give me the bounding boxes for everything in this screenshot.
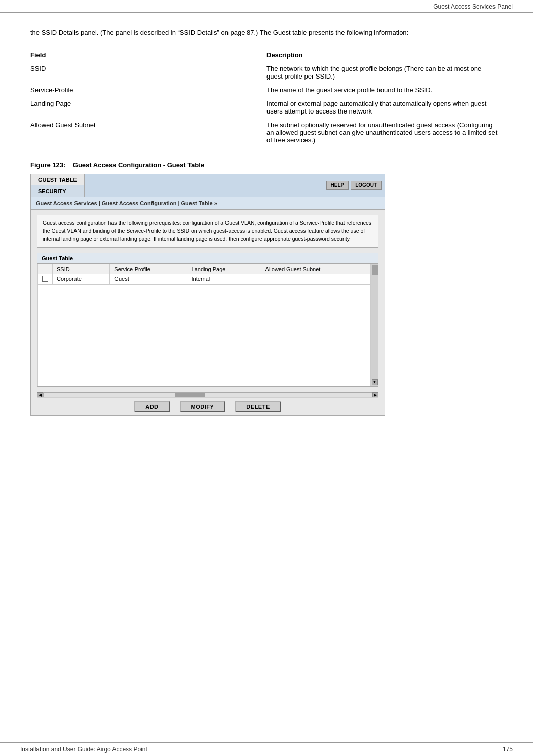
info-field-name: SSID bbox=[30, 62, 266, 83]
row-checkbox-cell[interactable] bbox=[38, 274, 53, 284]
info-field-description: The name of the guest service profile bo… bbox=[266, 83, 503, 97]
info-field-description: The subnet optionally reserved for unaut… bbox=[266, 118, 503, 147]
page-title: Guest Access Services Panel bbox=[433, 3, 513, 10]
info-table-row: SSIDThe network to which the guest profi… bbox=[30, 62, 503, 83]
scrollbar-down-arrow[interactable]: ▼ bbox=[372, 379, 378, 385]
table-container: SSID Service-Profile Landing Page Allowe… bbox=[37, 264, 378, 386]
row-ssid: Corporate bbox=[53, 274, 110, 284]
add-button[interactable]: ADD bbox=[134, 401, 169, 412]
info-field-name: Service-Profile bbox=[30, 83, 266, 97]
empty-rows-area bbox=[37, 285, 371, 386]
guest-table-section: Guest Table SSID Service-Profile Landing… bbox=[37, 253, 378, 387]
data-table: SSID Service-Profile Landing Page Allowe… bbox=[37, 264, 371, 285]
th-allowed-guest-subnet: Allowed Guest Subnet bbox=[261, 264, 370, 274]
checkbox-col-header bbox=[38, 264, 53, 274]
info-field-description: The network to which the guest profile b… bbox=[266, 62, 503, 83]
main-content: the SSID Details panel. (The panel is de… bbox=[0, 13, 533, 431]
ui-topbar: GUEST TABLESECURITY HELP LOGOUT bbox=[31, 174, 385, 197]
help-button[interactable]: HELP bbox=[326, 181, 349, 190]
hscrollbar-thumb[interactable] bbox=[175, 393, 205, 397]
ui-panel: GUEST TABLESECURITY HELP LOGOUT Guest Ac… bbox=[30, 174, 385, 416]
info-box: Guest access configuration has the follo… bbox=[37, 215, 378, 248]
row-checkbox[interactable] bbox=[42, 276, 48, 282]
footer-left: Installation and User Guide: Airgo Acces… bbox=[20, 746, 147, 753]
topbar-right: HELP LOGOUT bbox=[326, 174, 385, 197]
bottom-buttons: ADD MODIFY DELETE bbox=[31, 398, 385, 415]
infobox-text: Guest access configuration has the follo… bbox=[43, 220, 371, 242]
col-field-header: Field bbox=[30, 48, 266, 62]
info-field-description: Internal or external page automatically … bbox=[266, 97, 503, 118]
figure-label: Figure 123: bbox=[30, 161, 65, 169]
page-header: Guest Access Services Panel bbox=[0, 0, 533, 13]
ui-tabs: GUEST TABLESECURITY bbox=[31, 174, 85, 197]
info-table-row: Landing PageInternal or external page au… bbox=[30, 97, 503, 118]
figure-title: Guest Access Configuration - Guest Table bbox=[73, 161, 204, 169]
ui-tab-security[interactable]: SECURITY bbox=[31, 185, 85, 197]
vertical-scrollbar[interactable]: ▼ bbox=[371, 264, 378, 386]
delete-button[interactable]: DELETE bbox=[235, 401, 281, 412]
info-field-name: Landing Page bbox=[30, 97, 266, 118]
col-description-header: Description bbox=[266, 48, 503, 62]
table-scroll: SSID Service-Profile Landing Page Allowe… bbox=[37, 264, 371, 386]
figure-caption: Figure 123: Guest Access Configuration -… bbox=[30, 161, 503, 169]
hscrollbar-left-arrow[interactable]: ◀ bbox=[37, 392, 43, 397]
row-service-profile: Guest bbox=[110, 274, 187, 284]
page-footer: Installation and User Guide: Airgo Acces… bbox=[0, 742, 533, 756]
row-landing-page: Internal bbox=[187, 274, 261, 284]
info-field-name: Allowed Guest Subnet bbox=[30, 118, 266, 147]
th-landing-page: Landing Page bbox=[187, 264, 261, 274]
hscrollbar-right-arrow[interactable]: ▶ bbox=[372, 392, 378, 397]
th-ssid: SSID bbox=[53, 264, 110, 274]
table-header-row: SSID Service-Profile Landing Page Allowe… bbox=[38, 264, 371, 274]
info-table-row: Allowed Guest SubnetThe subnet optionall… bbox=[30, 118, 503, 147]
footer-right: 175 bbox=[503, 746, 513, 753]
modify-button[interactable]: MODIFY bbox=[180, 401, 225, 412]
section-header: Guest Table bbox=[37, 253, 378, 264]
info-table: Field Description SSIDThe network to whi… bbox=[30, 48, 503, 147]
row-allowed-guest-subnet bbox=[261, 274, 370, 284]
th-service-profile: Service-Profile bbox=[110, 264, 187, 274]
horizontal-scrollbar[interactable]: ◀ ▶ bbox=[37, 392, 378, 398]
logout-button[interactable]: LOGOUT bbox=[351, 181, 382, 190]
ui-tab-guest-table[interactable]: GUEST TABLE bbox=[31, 174, 85, 186]
hscrollbar-track bbox=[43, 392, 372, 397]
scrollbar-thumb[interactable] bbox=[372, 265, 378, 275]
info-table-row: Service-ProfileThe name of the guest ser… bbox=[30, 83, 503, 97]
table-row: Corporate Guest Internal bbox=[38, 274, 371, 284]
intro-paragraph: the SSID Details panel. (The panel is de… bbox=[30, 28, 503, 38]
breadcrumb: Guest Access Services | Guest Access Con… bbox=[31, 197, 385, 210]
